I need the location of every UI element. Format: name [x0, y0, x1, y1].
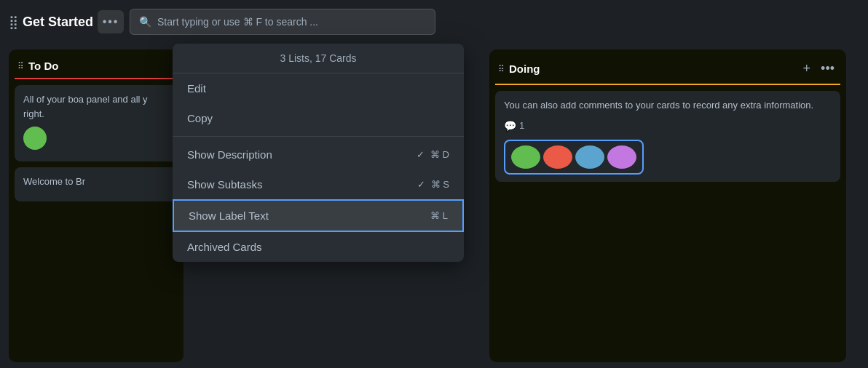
- show-label-text-label: Show Label Text: [189, 209, 269, 222]
- edit-label: Edit: [187, 82, 206, 95]
- board-title-area: ⣿ Get Started •••: [9, 10, 124, 33]
- top-bar: ⣿ Get Started ••• 🔍 Start typing or use …: [0, 0, 868, 44]
- dropdown-item-show-description[interactable]: Show Description ✓ ⌘ D: [173, 140, 464, 169]
- divider-1: [173, 136, 464, 137]
- doing-card-1-text: You can also add comments to your cards …: [504, 98, 832, 113]
- search-bar[interactable]: 🔍 Start typing or use ⌘ F to search ...: [130, 9, 435, 35]
- search-placeholder: Start typing or use ⌘ F to search ...: [157, 16, 318, 28]
- copy-label: Copy: [187, 112, 213, 124]
- drag-icon: ⠿: [17, 61, 24, 71]
- todo-column-title: To Do: [28, 60, 175, 72]
- todo-card-1-text: All of your boa panel and all y right.: [23, 92, 169, 121]
- doing-add-button[interactable]: +: [800, 60, 814, 78]
- dropdown-menu: 3 Lists, 17 Cards Edit Copy Show Descrip…: [173, 44, 464, 262]
- doing-more-button[interactable]: •••: [818, 60, 837, 78]
- label-green: [511, 145, 540, 169]
- todo-card-1-label: [23, 127, 47, 150]
- doing-column-title: Doing: [509, 63, 796, 75]
- grid-icon: ⣿: [9, 14, 18, 30]
- label-red: [543, 145, 572, 169]
- doing-column: ⠿ Doing + ••• You can also add comments …: [489, 49, 846, 362]
- dropdown-item-copy[interactable]: Copy: [173, 103, 464, 133]
- todo-column-header: ⠿ To Do: [15, 57, 178, 79]
- board-title: Get Started: [23, 15, 93, 30]
- todo-card-2-text: Welcome to Br: [23, 175, 169, 189]
- board-content: ⠿ To Do All of your boa panel and all y …: [0, 44, 868, 368]
- dropdown-item-show-label-text[interactable]: Show Label Text ⌘ L: [173, 199, 464, 232]
- doing-column-actions: + •••: [800, 60, 837, 78]
- todo-card-2[interactable]: Welcome to Br: [15, 167, 178, 202]
- show-description-label: Show Description: [187, 148, 272, 161]
- search-icon: 🔍: [139, 16, 151, 28]
- comment-count: 1: [519, 119, 524, 133]
- label-blue: [575, 145, 604, 169]
- todo-card-1[interactable]: All of your boa panel and all y right.: [15, 85, 178, 161]
- doing-card-1-comments: 💬 1: [504, 119, 832, 134]
- show-description-shortcut: ✓ ⌘ D: [417, 149, 449, 160]
- doing-card-1-color-labels: [504, 140, 644, 175]
- dropdown-item-archived-cards[interactable]: Archived Cards: [173, 232, 464, 262]
- more-options-button[interactable]: •••: [98, 10, 124, 33]
- doing-card-1[interactable]: You can also add comments to your cards …: [495, 91, 840, 182]
- dropdown-header: 3 Lists, 17 Cards: [173, 44, 464, 73]
- doing-drag-icon: ⠿: [498, 64, 505, 74]
- show-subtasks-shortcut: ✓ ⌘ S: [417, 179, 449, 190]
- dropdown-item-show-subtasks[interactable]: Show Subtasks ✓ ⌘ S: [173, 169, 464, 199]
- dropdown-item-edit[interactable]: Edit: [173, 73, 464, 103]
- doing-column-header: ⠿ Doing + •••: [495, 57, 840, 85]
- comment-icon: 💬: [504, 119, 516, 134]
- show-label-text-shortcut: ⌘ L: [430, 210, 448, 221]
- show-subtasks-label: Show Subtasks: [187, 178, 262, 191]
- label-purple: [607, 145, 636, 169]
- todo-column: ⠿ To Do All of your boa panel and all y …: [9, 49, 184, 362]
- archived-cards-label: Archived Cards: [187, 241, 262, 253]
